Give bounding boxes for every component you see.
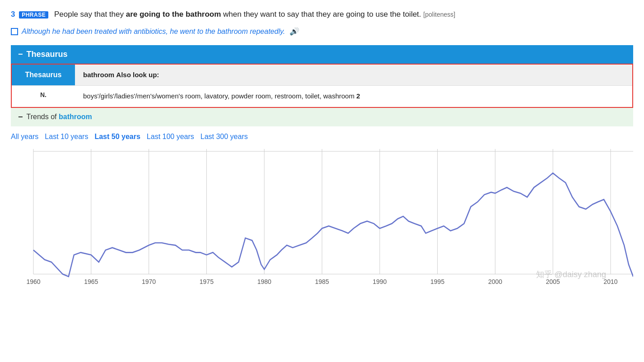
svg-text:2005: 2005: [546, 278, 560, 285]
example-text: Although he had been treated with antibi…: [22, 26, 285, 37]
thesaurus-heading-row: Thesaurus bathroom Also look up:: [12, 65, 632, 85]
trends-collapse-button[interactable]: −: [18, 112, 23, 122]
tab-last-10-years[interactable]: Last 10 years: [45, 131, 94, 143]
phrase-text-before: People say that they: [54, 10, 126, 19]
phrase-section: 3 PHRASE People say that they are going …: [11, 8, 633, 37]
thesaurus-header-bar: − Thesaurus: [11, 45, 633, 64]
thesaurus-pos-label: N.: [12, 86, 75, 107]
thesaurus-header-title: Thesaurus: [27, 50, 68, 59]
tab-last-100-years[interactable]: Last 100 years: [147, 131, 201, 143]
trends-title: Trends of bathroom: [27, 113, 92, 121]
phrase-number: 3: [11, 10, 15, 19]
svg-text:1965: 1965: [84, 278, 98, 285]
thesaurus-synonyms: boys'/girls'/ladies'/men's/women's room,…: [75, 86, 632, 107]
trends-header: − Trends of bathroom: [11, 108, 633, 126]
tab-all-years[interactable]: All years: [11, 131, 45, 143]
example-sentence: Although he had been treated with antibi…: [11, 26, 633, 37]
speaker-icon[interactable]: 🔊: [289, 26, 299, 37]
svg-text:1985: 1985: [315, 278, 329, 285]
svg-text:1960: 1960: [26, 278, 40, 285]
svg-text:2000: 2000: [488, 278, 502, 285]
chart-svg: 1960 1965 1970 1975 1980 1985 1990 1995 …: [11, 149, 633, 293]
svg-text:1980: 1980: [257, 278, 271, 285]
tab-last-50-years[interactable]: Last 50 years: [94, 131, 146, 143]
thesaurus-n-row: N. boys'/girls'/ladies'/men's/women's ro…: [12, 85, 632, 107]
svg-text:2010: 2010: [604, 278, 618, 285]
thesaurus-synonym-number: 2: [356, 92, 360, 100]
phrase-politeness: [politeness]: [423, 11, 455, 18]
thesaurus-label: Thesaurus: [12, 65, 75, 85]
svg-text:1970: 1970: [142, 278, 156, 285]
thesaurus-collapse-button[interactable]: −: [18, 50, 23, 59]
phrase-label: PHRASE: [19, 11, 48, 19]
thesaurus-synonyms-text: boys'/girls'/ladies'/men's/women's room,…: [83, 92, 355, 100]
phrase-bold-text: are going to the bathroom: [126, 10, 221, 19]
trends-chart: 1960 1965 1970 1975 1980 1985 1990 1995 …: [11, 149, 633, 293]
svg-text:1990: 1990: [373, 278, 387, 285]
svg-text:1995: 1995: [430, 278, 444, 285]
trends-word: bathroom: [59, 113, 92, 121]
year-tabs: All years Last 10 years Last 50 years La…: [11, 126, 633, 145]
thesaurus-heading-content: bathroom Also look up:: [75, 65, 632, 85]
trends-title-before: Trends of: [27, 113, 59, 121]
phrase-text-after: when they want to say that they are goin…: [221, 10, 421, 19]
thesaurus-also-text: Also look up:: [116, 71, 159, 79]
checkbox-icon: [11, 28, 18, 35]
svg-text:1975: 1975: [200, 278, 214, 285]
thesaurus-box: Thesaurus bathroom Also look up: N. boys…: [11, 64, 633, 108]
thesaurus-word: bathroom: [83, 71, 114, 79]
tab-last-300-years[interactable]: Last 300 years: [201, 131, 254, 143]
